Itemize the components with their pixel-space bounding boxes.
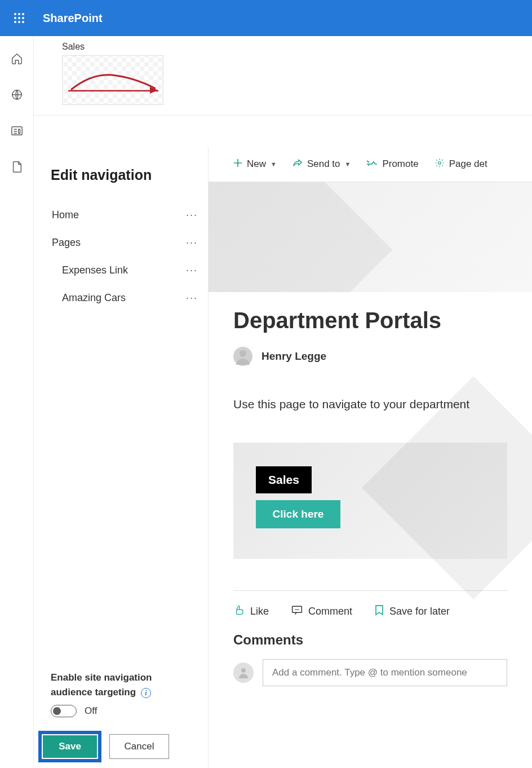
svg-point-4	[18, 17, 20, 19]
like-button[interactable]: Like	[233, 604, 269, 619]
nav-item-label: Home	[52, 209, 79, 221]
suite-header: SharePoint	[0, 0, 532, 36]
comment-input[interactable]	[263, 659, 507, 686]
author-row: Henry Legge	[233, 347, 507, 366]
page-title: Department Portals	[233, 308, 507, 333]
rail-globe-button[interactable]	[9, 87, 25, 103]
author-avatar[interactable]	[233, 347, 252, 366]
comment-label: Comment	[308, 606, 352, 617]
comment-row	[233, 659, 507, 686]
svg-point-5	[22, 17, 24, 19]
comment-icon	[291, 605, 303, 618]
cmd-label: Send to	[307, 158, 340, 170]
comment-button[interactable]: Comment	[291, 605, 352, 618]
plus-icon	[233, 158, 242, 170]
svg-point-12	[240, 350, 246, 357]
targeting-label-line1: Enable site navigation	[51, 672, 152, 683]
chevron-down-icon: ▼	[271, 161, 277, 167]
department-tile[interactable]: Sales Click here	[233, 443, 507, 559]
save-label: Save for later	[389, 606, 450, 617]
more-icon[interactable]: ···	[186, 237, 198, 249]
svg-point-1	[18, 13, 20, 15]
cmd-page-details[interactable]: Page det	[435, 158, 487, 171]
toggle-state-text: Off	[85, 705, 97, 717]
social-row: Like Comment Save for later	[233, 604, 507, 619]
cancel-button[interactable]: Cancel	[109, 734, 169, 759]
rail-news-button[interactable]	[9, 123, 25, 139]
svg-point-3	[14, 17, 16, 19]
svg-point-8	[22, 21, 24, 23]
tile-button[interactable]: Click here	[256, 500, 340, 528]
cmd-label: New	[247, 158, 266, 170]
globe-icon	[11, 89, 23, 101]
more-icon[interactable]: ···	[186, 264, 198, 276]
site-header: Sales	[34, 36, 532, 116]
cmd-label: Page det	[449, 158, 487, 170]
audience-targeting-label: Enable site navigation audience targetin…	[51, 670, 197, 699]
nav-item-pages[interactable]: Pages ···	[51, 229, 208, 257]
person-icon	[233, 347, 252, 366]
like-label: Like	[250, 606, 269, 617]
page-command-bar: New ▼ Send to ▼ Promote Page det	[209, 147, 532, 182]
more-icon[interactable]: ···	[186, 209, 198, 221]
left-rail	[0, 36, 34, 768]
cmd-promote[interactable]: Promote	[366, 158, 418, 170]
comment-avatar	[233, 663, 254, 683]
car-logo-icon	[63, 56, 163, 105]
app-launcher-button[interactable]	[9, 8, 29, 28]
site-command-bar	[34, 116, 532, 147]
bookmark-icon	[375, 604, 384, 619]
cmd-send-to[interactable]: Send to ▼	[292, 158, 351, 170]
save-button-highlight: Save	[38, 731, 101, 762]
edit-navigation-panel: Edit navigation Home ··· Pages ··· Expen…	[34, 147, 209, 768]
news-icon	[11, 125, 23, 136]
save-button[interactable]: Save	[43, 735, 97, 758]
chevron-down-icon: ▼	[345, 161, 351, 167]
page-article: Department Portals Henry Legge Use this …	[209, 292, 532, 686]
file-icon	[11, 161, 23, 173]
nav-panel-heading: Edit navigation	[51, 167, 208, 183]
tile-label: Sales	[256, 466, 312, 493]
promote-icon	[366, 158, 378, 170]
svg-point-14	[241, 668, 246, 673]
like-icon	[233, 604, 245, 619]
svg-point-7	[18, 21, 20, 23]
nav-item-expenses-link[interactable]: Expenses Link ···	[51, 257, 208, 284]
waffle-icon	[14, 13, 24, 23]
site-logo[interactable]	[62, 55, 163, 105]
nav-item-label: Expenses Link	[62, 264, 128, 276]
share-icon	[292, 158, 303, 170]
comments-heading: Comments	[233, 632, 507, 648]
page-column: New ▼ Send to ▼ Promote Page det	[209, 147, 532, 768]
more-icon[interactable]: ···	[186, 292, 198, 304]
cmd-new[interactable]: New ▼	[233, 158, 277, 170]
person-icon	[237, 666, 250, 679]
rail-home-button[interactable]	[9, 51, 25, 67]
targeting-label-line2: audience targeting	[51, 687, 136, 698]
save-for-later-button[interactable]: Save for later	[375, 604, 450, 619]
cmd-label: Promote	[382, 158, 418, 170]
nav-footer: Enable site navigation audience targetin…	[51, 670, 208, 768]
svg-point-6	[14, 21, 16, 23]
nav-item-label: Pages	[52, 237, 81, 249]
site-title: Sales	[62, 42, 532, 52]
svg-point-11	[438, 161, 441, 164]
svg-point-0	[14, 13, 16, 15]
author-name: Henry Legge	[261, 350, 326, 363]
nav-item-amazing-cars[interactable]: Amazing Cars ···	[51, 284, 208, 312]
svg-point-2	[22, 13, 24, 15]
nav-item-label: Amazing Cars	[62, 292, 126, 304]
page-hero	[209, 182, 532, 292]
home-icon	[11, 52, 23, 65]
gear-icon	[435, 158, 445, 171]
audience-targeting-toggle[interactable]	[51, 705, 77, 717]
nav-list: Home ··· Pages ··· Expenses Link ··· Ama…	[51, 201, 208, 670]
info-icon[interactable]: i	[141, 688, 151, 698]
app-name[interactable]: SharePoint	[43, 12, 103, 25]
nav-item-home[interactable]: Home ···	[51, 201, 208, 229]
rail-file-button[interactable]	[9, 159, 25, 175]
